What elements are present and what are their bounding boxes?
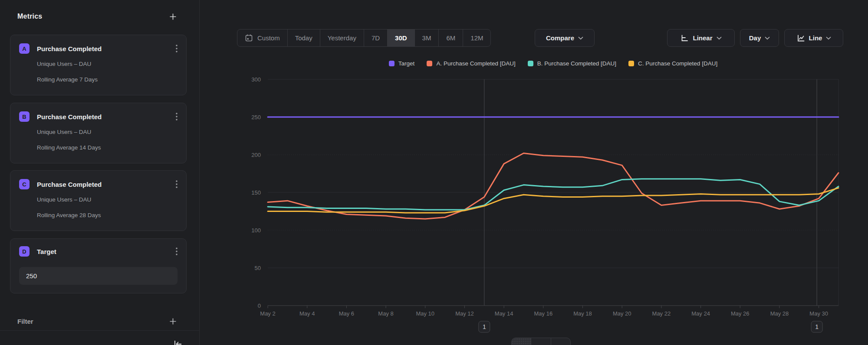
add-filter-button[interactable] (169, 318, 177, 325)
range-label: 7D (372, 34, 380, 42)
svg-text:1: 1 (815, 323, 819, 330)
legend-label: C. Purchase Completed [DAU] (638, 60, 717, 67)
chevron-down-icon (765, 36, 770, 40)
target-card-head: D Target (19, 246, 178, 257)
chevron-down-icon (578, 36, 583, 40)
add-metric-button[interactable] (169, 13, 177, 20)
chart-type-button[interactable]: Line (784, 29, 843, 47)
metric-measure: Unique Users – DAU (37, 196, 178, 203)
metric-menu-button[interactable] (176, 180, 178, 188)
compare-button[interactable]: Compare (535, 29, 595, 47)
scale-button[interactable]: Linear (667, 29, 735, 47)
metric-badge: B (19, 111, 30, 122)
range-12m[interactable]: 12M (463, 29, 490, 46)
kebab-icon (176, 247, 178, 255)
svg-text:150: 150 (251, 189, 261, 196)
target-title: Target (37, 248, 168, 255)
svg-text:May 20: May 20 (613, 310, 631, 317)
range-yesterday[interactable]: Yesterday (320, 29, 364, 46)
legend-label: B. Purchase Completed [DAU] (537, 60, 616, 67)
svg-text:200: 200 (251, 152, 261, 158)
view-toggle-table[interactable] (551, 338, 570, 345)
legend-label: A. Purchase Completed [DAU] (436, 60, 515, 67)
target-menu-button[interactable] (176, 247, 178, 255)
svg-text:May 2: May 2 (260, 310, 275, 317)
svg-text:250: 250 (251, 114, 261, 120)
metric-menu-button[interactable] (176, 45, 178, 52)
svg-text:May 30: May 30 (809, 310, 828, 317)
metric-measure: Unique Users – DAU (37, 61, 178, 67)
collapse-sidebar-button[interactable] (173, 340, 183, 345)
range-30d[interactable]: 30D (387, 29, 414, 46)
sidebar-divider (0, 330, 199, 331)
svg-text:1: 1 (483, 323, 486, 330)
scale-label: Linear (693, 34, 712, 42)
metrics-sidebar: Metrics A Purchase Completed Unique User… (0, 0, 200, 345)
svg-text:50: 50 (255, 265, 261, 271)
linear-scale-icon (680, 34, 689, 42)
target-badge: D (19, 246, 30, 257)
range-7d[interactable]: 7D (364, 29, 387, 46)
svg-text:May 14: May 14 (495, 310, 513, 317)
legend-item-target[interactable]: Target (389, 60, 415, 67)
interval-button[interactable]: Day (740, 29, 779, 47)
range-6m[interactable]: 6M (438, 29, 463, 46)
legend-swatch-target (389, 61, 395, 66)
kebab-icon (176, 180, 178, 188)
legend-item-b[interactable]: B. Purchase Completed [DAU] (528, 60, 616, 67)
metric-badge: A (19, 43, 30, 54)
metric-card-a[interactable]: A Purchase Completed Unique Users – DAU … (10, 35, 187, 95)
legend-swatch-c (628, 61, 634, 66)
svg-text:May 4: May 4 (299, 310, 315, 317)
legend-item-c[interactable]: C. Purchase Completed [DAU] (628, 60, 717, 67)
collapse-left-icon (173, 340, 183, 345)
range-3m[interactable]: 3M (414, 29, 439, 46)
range-label: 30D (395, 34, 407, 42)
legend-label: Target (398, 60, 415, 67)
target-value-input[interactable]: 250 (19, 267, 178, 285)
date-range-bar: Custom Today Yesterday 7D 30D 3M 6M 12M (237, 29, 491, 47)
metric-transform: Rolling Average 7 Days (37, 76, 178, 83)
metric-card-head: A Purchase Completed (19, 43, 178, 54)
chevron-down-icon (826, 36, 831, 40)
line-chart-icon (796, 34, 805, 42)
range-label: Today (295, 34, 312, 42)
svg-text:May 26: May 26 (731, 310, 750, 317)
legend-swatch-b (528, 61, 533, 66)
kebab-icon (176, 45, 178, 52)
view-toggle-bar (511, 338, 571, 345)
filter-label: Filter (17, 318, 33, 325)
svg-text:May 6: May 6 (339, 310, 354, 317)
chart-type-label: Line (809, 34, 822, 42)
svg-text:May 10: May 10 (416, 310, 434, 317)
metric-transform: Rolling Average 14 Days (37, 144, 178, 151)
metric-menu-button[interactable] (176, 113, 178, 120)
metric-card-b[interactable]: B Purchase Completed Unique Users – DAU … (10, 103, 187, 163)
range-today[interactable]: Today (287, 29, 320, 46)
range-label: 6M (446, 34, 455, 42)
sidebar-header: Metrics (17, 11, 177, 22)
calendar-icon (245, 34, 253, 42)
svg-text:May 16: May 16 (534, 310, 553, 317)
metric-card-head: C Purchase Completed (19, 179, 178, 189)
range-label: Custom (257, 34, 280, 42)
svg-text:May 28: May 28 (770, 310, 789, 317)
metric-title: Purchase Completed (37, 113, 168, 120)
svg-text:May 22: May 22 (652, 310, 671, 317)
view-toggle-chart[interactable] (512, 338, 531, 345)
metric-card-c[interactable]: C Purchase Completed Unique Users – DAU … (10, 170, 187, 231)
svg-text:May 18: May 18 (573, 310, 592, 317)
analytics-dashboard: Metrics A Purchase Completed Unique User… (0, 0, 868, 345)
sidebar-title: Metrics (17, 13, 42, 20)
target-card[interactable]: D Target 250 (10, 238, 187, 293)
range-custom[interactable]: Custom (237, 29, 287, 46)
filter-section: Filter (17, 316, 177, 326)
chevron-down-icon (717, 36, 722, 40)
plus-icon (169, 13, 177, 20)
metric-badge: C (19, 179, 30, 189)
svg-text:May 12: May 12 (455, 310, 474, 317)
legend-item-a[interactable]: A. Purchase Completed [DAU] (427, 60, 515, 67)
line-chart: 050100150200250300May 2May 4May 6May 8Ma… (200, 0, 868, 345)
view-toggle-split[interactable] (531, 338, 550, 345)
svg-text:May 8: May 8 (378, 310, 393, 317)
